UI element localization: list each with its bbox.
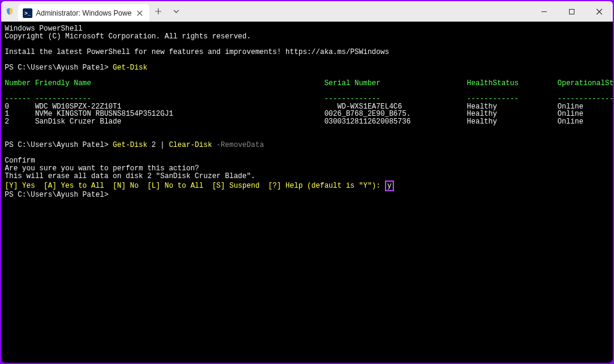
- svg-rect-0: [569, 9, 574, 14]
- disk-row-2: 2 SanDisk Cruzer Blade 03003128112620085…: [5, 118, 613, 126]
- user-input-highlight: y: [385, 181, 394, 191]
- table-header: Number Friendly Name Serial Number Healt…: [5, 79, 613, 88]
- disk-row-1: 1 NVMe KINGSTON RBUSNS8154P3512GJ1 0026_…: [5, 110, 613, 118]
- terminal-output[interactable]: Windows PowerShell Copyright (C) Microso…: [1, 22, 613, 363]
- cmd-get-disk-2: Get-Disk: [113, 141, 148, 149]
- ps-header-line1: Windows PowerShell: [5, 25, 83, 33]
- uac-shield-icon: [1, 7, 18, 16]
- close-button[interactable]: [585, 1, 613, 22]
- confirm-question: Are you sure you want to perform this ac…: [5, 164, 199, 173]
- user-input-answer: y: [387, 182, 392, 190]
- prompt-path-1: PS C:\Users\Ayush Patel>: [5, 64, 113, 72]
- table-separator: ------ ------------- ------------- -----…: [5, 95, 613, 103]
- ps-header-line2: Copyright (C) Microsoft Corporation. All…: [5, 32, 251, 41]
- confirm-detail: This will erase all data on disk 2 "SanD…: [5, 172, 255, 181]
- cmd-get-disk: Get-Disk: [113, 64, 148, 72]
- confirm-heading: Confirm: [5, 157, 35, 165]
- tab-title: Administrator: Windows Powe: [36, 9, 131, 17]
- cmd-clear-disk: Clear-Disk: [169, 141, 212, 149]
- app-window: >_ Administrator: Windows Powe: [1, 1, 613, 363]
- powershell-icon: >_: [23, 8, 32, 18]
- ps-install-hint: Install the latest PowerShell for new fe…: [5, 48, 389, 56]
- param-removedata: -RemoveData: [212, 141, 264, 149]
- table-header-2: Style: [5, 87, 613, 95]
- prompt-path-3: PS C:\Users\Ayush Patel>: [5, 191, 109, 199]
- prompt-path-2: PS C:\Users\Ayush Patel>: [5, 141, 113, 149]
- titlebar-left: >_ Administrator: Windows Powe: [1, 1, 185, 22]
- maximize-button[interactable]: [558, 1, 585, 22]
- tab-dropdown-button[interactable]: [167, 1, 185, 22]
- window-tab[interactable]: >_ Administrator: Windows Powe: [18, 4, 149, 22]
- disk-row-0: 0 WDC WD10SPZX-22Z10T1 WD-WXS1EA7EL4C6 H…: [5, 103, 613, 111]
- titlebar[interactable]: >_ Administrator: Windows Powe: [1, 1, 613, 22]
- minimize-button[interactable]: [530, 1, 558, 22]
- new-tab-button[interactable]: [149, 1, 167, 22]
- confirm-options: [Y] Yes [A] Yes to All [N] No [L] No to …: [5, 182, 381, 190]
- tab-close-button[interactable]: [135, 8, 145, 18]
- window-controls: [530, 1, 613, 22]
